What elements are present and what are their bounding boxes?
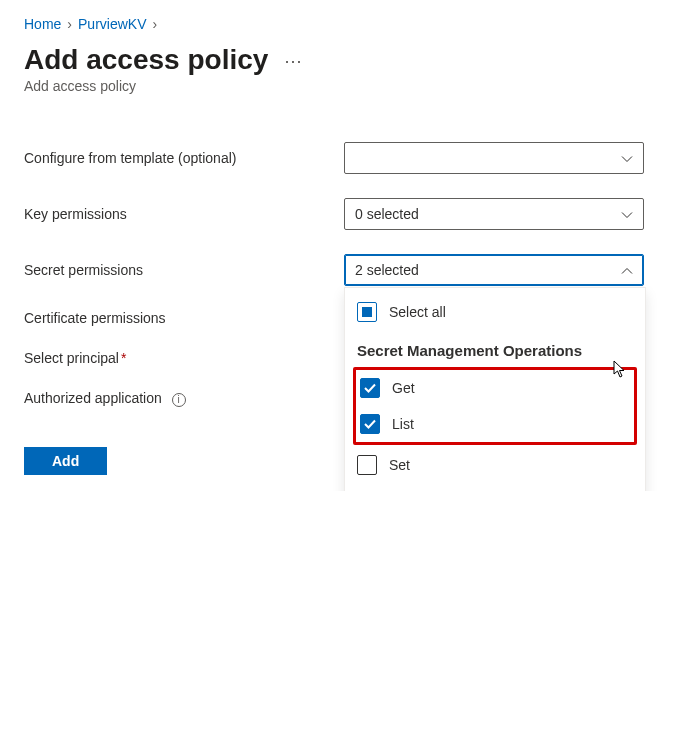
breadcrumb: Home › PurviewKV › [24,16,657,32]
key-permissions-select[interactable]: 0 selected [344,198,644,230]
chevron-down-icon [621,208,633,220]
option-set[interactable]: Set [345,447,645,483]
option-set-label: Set [389,457,410,473]
checkbox-checked-icon [360,414,380,434]
option-delete[interactable]: Delete [345,483,645,491]
required-asterisk: * [121,350,126,366]
label-select-principal: Select principal* [24,350,344,366]
secret-permissions-select[interactable]: 2 selected [344,254,644,286]
key-permissions-value: 0 selected [355,206,419,222]
breadcrumb-home[interactable]: Home [24,16,61,32]
more-icon[interactable]: ⋯ [284,50,303,72]
chevron-down-icon [621,152,633,164]
breadcrumb-kv[interactable]: PurviewKV [78,16,146,32]
label-authorized-app: Authorized application i [24,390,344,407]
label-template: Configure from template (optional) [24,150,344,166]
secret-permissions-value: 2 selected [355,262,419,278]
chevron-right-icon: › [67,16,72,32]
checkbox-empty-icon [357,455,377,475]
page-subtitle: Add access policy [24,78,657,94]
label-key-permissions: Key permissions [24,206,344,222]
template-select[interactable] [344,142,644,174]
page-title: Add access policy [24,44,268,76]
option-list[interactable]: List [356,406,634,442]
label-cert-permissions: Certificate permissions [24,310,344,326]
chevron-up-icon [621,264,633,276]
chevron-right-icon: › [153,16,158,32]
label-secret-permissions: Secret permissions [24,262,344,278]
add-button[interactable]: Add [24,447,107,475]
info-icon[interactable]: i [172,393,186,407]
option-list-label: List [392,416,414,432]
